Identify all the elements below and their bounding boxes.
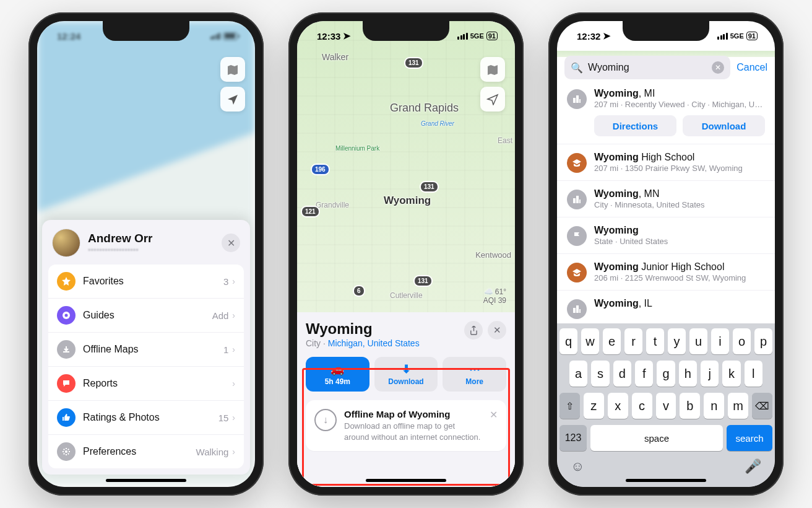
download-button[interactable]: ⬇︎ Download bbox=[374, 357, 438, 392]
key-m[interactable]: m bbox=[728, 393, 748, 419]
key-o[interactable]: o bbox=[733, 328, 751, 354]
home-indicator bbox=[366, 479, 446, 482]
search-field[interactable]: 🔍 Wyoming ✕ bbox=[564, 56, 730, 79]
cancel-link[interactable]: Cancel bbox=[736, 62, 767, 73]
key-h[interactable]: h bbox=[679, 361, 697, 387]
menu-label: Offline Maps bbox=[83, 344, 216, 355]
key-k[interactable]: k bbox=[722, 361, 740, 387]
avatar[interactable] bbox=[52, 229, 80, 257]
space-key[interactable]: space bbox=[590, 425, 723, 451]
phone-profile: 12:24 Andrew Orr •••••••••••••••••• ✕ Fa… bbox=[28, 12, 264, 496]
result-subtitle: State · United States bbox=[594, 237, 765, 246]
chevron-right-icon: › bbox=[232, 447, 235, 457]
key-q[interactable]: q bbox=[559, 328, 577, 354]
location-arrow-icon: ➤ bbox=[603, 30, 611, 42]
search-result[interactable]: Wyoming, MNCity · Minnesota, United Stat… bbox=[557, 181, 775, 217]
place-region-link[interactable]: Michigan, United States bbox=[328, 338, 420, 348]
key-a[interactable]: a bbox=[569, 361, 587, 387]
backspace-key[interactable]: ⌫ bbox=[752, 393, 772, 419]
locate-button[interactable] bbox=[480, 87, 505, 112]
dictation-key[interactable]: 🎤 bbox=[745, 458, 761, 475]
menu-label: Ratings & Photos bbox=[83, 412, 211, 423]
share-button[interactable] bbox=[464, 321, 483, 339]
result-title: Wyoming, MI bbox=[594, 88, 765, 99]
signal-icon bbox=[210, 33, 221, 40]
report-icon bbox=[57, 374, 76, 393]
search-results[interactable]: Wyoming, MI207 mi · Recently Viewed · Ci… bbox=[557, 81, 775, 323]
result-subtitle: 207 mi · Recently Viewed · City · Michig… bbox=[594, 100, 765, 109]
city-icon bbox=[567, 89, 587, 109]
shift-key[interactable]: ⇧ bbox=[559, 393, 580, 419]
key-t[interactable]: t bbox=[646, 328, 664, 354]
emoji-key[interactable]: ☺ bbox=[571, 458, 584, 475]
status-time: 12:32 bbox=[577, 31, 600, 42]
key-x[interactable]: x bbox=[608, 393, 628, 419]
menu-item-ratings-photos[interactable]: Ratings & Photos15 › bbox=[48, 401, 244, 435]
more-button[interactable]: ⋯ More bbox=[443, 357, 506, 392]
key-g[interactable]: g bbox=[657, 361, 675, 387]
key-s[interactable]: s bbox=[591, 361, 609, 387]
network-label: 5GE bbox=[730, 32, 744, 40]
key-l[interactable]: l bbox=[745, 361, 762, 387]
offline-map-card[interactable]: ↓ Offline Map of Wyoming Download an off… bbox=[306, 400, 506, 451]
search-result[interactable]: WyomingState · United States bbox=[557, 217, 775, 254]
search-result[interactable]: Wyoming, IL bbox=[557, 291, 775, 323]
status-time: 12:24 bbox=[57, 31, 80, 42]
city-icon bbox=[567, 190, 587, 209]
directions-button[interactable]: 🚗 5h 49m bbox=[306, 357, 369, 392]
menu-item-offline-maps[interactable]: Offline Maps1 › bbox=[48, 333, 244, 367]
key-p[interactable]: p bbox=[754, 328, 772, 354]
map-mode-button[interactable] bbox=[480, 57, 505, 82]
search-input[interactable]: Wyoming bbox=[588, 62, 707, 73]
key-w[interactable]: w bbox=[581, 328, 599, 354]
key-f[interactable]: f bbox=[635, 361, 653, 387]
key-v[interactable]: v bbox=[656, 393, 676, 419]
key-r[interactable]: r bbox=[624, 328, 642, 354]
battery-label: 91 bbox=[746, 32, 758, 40]
search-result[interactable]: Wyoming Junior High School206 mi · 2125 … bbox=[557, 254, 775, 291]
menu-trail: 1 › bbox=[223, 344, 235, 355]
close-button[interactable]: ✕ bbox=[488, 321, 506, 339]
menu-item-reports[interactable]: Reports › bbox=[48, 367, 244, 401]
result-title: Wyoming, IL bbox=[594, 298, 765, 309]
directions-button[interactable]: Directions bbox=[594, 115, 676, 136]
key-c[interactable]: c bbox=[632, 393, 652, 419]
car-icon: 🚗 bbox=[330, 362, 344, 376]
clear-search-button[interactable]: ✕ bbox=[712, 61, 724, 74]
menu-label: Preferences bbox=[83, 446, 189, 457]
key-u[interactable]: u bbox=[689, 328, 707, 354]
map-mode-button[interactable] bbox=[220, 57, 245, 82]
chevron-right-icon: › bbox=[232, 413, 235, 423]
numbers-key[interactable]: 123 bbox=[559, 425, 587, 451]
dismiss-card-button[interactable]: ✕ bbox=[490, 409, 498, 421]
key-i[interactable]: i bbox=[711, 328, 729, 354]
menu-item-preferences[interactable]: PreferencesWalking › bbox=[48, 435, 244, 468]
svg-point-1 bbox=[65, 314, 68, 317]
menu-item-favorites[interactable]: Favorites3 › bbox=[48, 265, 244, 299]
download-button[interactable]: Download bbox=[683, 115, 765, 136]
menu-label: Reports bbox=[83, 378, 225, 389]
locate-button[interactable] bbox=[220, 87, 245, 112]
key-y[interactable]: y bbox=[668, 328, 686, 354]
notch bbox=[363, 21, 449, 41]
key-d[interactable]: d bbox=[613, 361, 631, 387]
profile-sheet: Andrew Orr •••••••••••••••••• ✕ Favorite… bbox=[42, 220, 250, 475]
place-card: Wyoming City · Michigan, United States ✕… bbox=[297, 312, 515, 487]
close-icon[interactable]: ✕ bbox=[222, 234, 240, 252]
key-j[interactable]: j bbox=[701, 361, 719, 387]
profile-menu: Favorites3 ›GuidesAdd ›Offline Maps1 ›Re… bbox=[48, 265, 244, 468]
search-key[interactable]: search bbox=[727, 425, 772, 451]
key-b[interactable]: b bbox=[680, 393, 700, 419]
network-label: 5GE bbox=[470, 32, 484, 40]
key-e[interactable]: e bbox=[603, 328, 621, 354]
weather-icon: ☁️ bbox=[484, 287, 493, 296]
menu-item-guides[interactable]: GuidesAdd › bbox=[48, 299, 244, 333]
search-result[interactable]: Wyoming, MI207 mi · Recently Viewed · Ci… bbox=[557, 81, 775, 144]
menu-trail: Add › bbox=[212, 310, 235, 321]
home-indicator bbox=[626, 479, 706, 482]
menu-trail: Walking › bbox=[196, 447, 235, 457]
search-result[interactable]: Wyoming High School207 mi · 1350 Prairie… bbox=[557, 144, 775, 181]
key-n[interactable]: n bbox=[704, 393, 724, 419]
notch bbox=[103, 21, 189, 41]
key-z[interactable]: z bbox=[584, 393, 604, 419]
